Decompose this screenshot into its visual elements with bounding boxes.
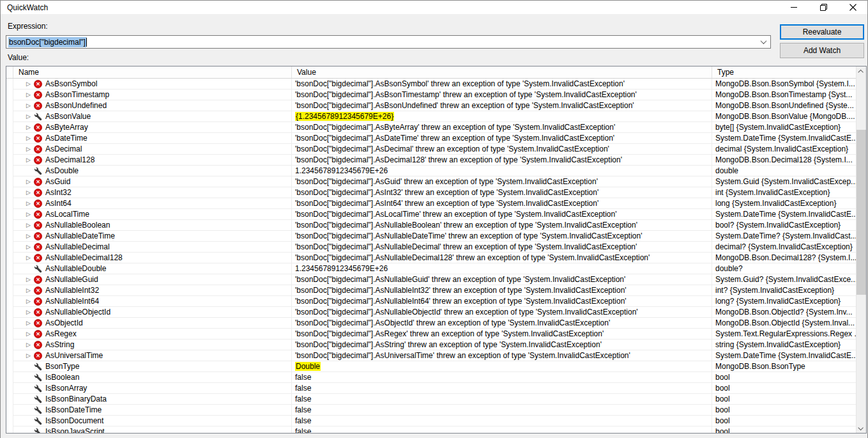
- table-row[interactable]: ▷ ✕ BsonType Double MongoDB.Bson.BsonTyp…: [6, 361, 866, 372]
- column-header-value[interactable]: Value: [292, 66, 712, 78]
- add-watch-button[interactable]: Add Watch: [780, 43, 864, 58]
- table-row[interactable]: ▷ ✕ AsDateTime 'bsonDoc["bigdecimal"].As…: [6, 133, 866, 144]
- expression-dropdown-button[interactable]: [758, 36, 770, 47]
- expander-icon[interactable]: ▷: [24, 198, 33, 209]
- expander-icon[interactable]: ▷: [24, 242, 33, 253]
- reevaluate-button[interactable]: Reevaluate: [780, 24, 864, 40]
- table-row[interactable]: ▷ ✕ AsBsonTimestamp 'bsonDoc["bigdecimal…: [6, 90, 866, 100]
- table-row[interactable]: ▷ ✕ AsBsonValue {1.2345678912345679E+26}…: [6, 111, 866, 122]
- expander-icon[interactable]: ▷: [24, 318, 33, 329]
- row-name-cell: ▷ ✕ AsNullableBoolean: [13, 220, 292, 231]
- table-row[interactable]: ▷ ✕ IsBsonDocument false bool: [6, 416, 866, 426]
- row-name-cell: ▷ ✕ AsNullableInt32: [13, 285, 292, 296]
- column-header-type[interactable]: Type: [712, 66, 866, 78]
- expander-icon[interactable]: ▷: [24, 155, 33, 166]
- row-name-cell: ▷ ✕ AsNullableInt64: [13, 296, 292, 307]
- table-row[interactable]: ▷ ✕ AsNullableObjectId 'bsonDoc["bigdeci…: [6, 307, 866, 318]
- row-name: AsBsonTimestamp: [45, 90, 109, 100]
- column-header-name[interactable]: Name: [13, 66, 292, 78]
- table-row[interactable]: ▷ ✕ IsBsonDateTime false bool: [6, 405, 866, 416]
- close-button[interactable]: [838, 1, 867, 14]
- row-type: int {System.InvalidCastException}: [715, 188, 830, 197]
- scroll-down-button[interactable]: [857, 422, 866, 433]
- expander-icon[interactable]: ▷: [24, 79, 33, 90]
- expander-icon[interactable]: ▷: [24, 209, 33, 220]
- error-icon: ✕: [34, 189, 42, 197]
- expander-icon[interactable]: ▷: [24, 296, 33, 307]
- expander-icon[interactable]: ▷: [24, 176, 33, 187]
- table-row[interactable]: ▷ ✕ AsNullableDouble 1.2345678912345679E…: [6, 263, 866, 274]
- row-icon-slot: ✕: [33, 123, 43, 132]
- table-row[interactable]: ▷ ✕ AsDouble 1.2345678912345679E+26 doub…: [6, 166, 866, 176]
- expander-icon[interactable]: ▷: [24, 274, 33, 285]
- table-row[interactable]: ▷ ✕ AsGuid 'bsonDoc["bigdecimal"].AsGuid…: [6, 176, 866, 187]
- expander-icon[interactable]: ▷: [24, 122, 33, 133]
- table-row[interactable]: ▷ ✕ AsUniversalTime 'bsonDoc["bigdecimal…: [6, 350, 866, 361]
- table-row[interactable]: ▷ ✕ AsNullableDecimal128 'bsonDoc["bigde…: [6, 253, 866, 263]
- quickwatch-dialog: QuickWatch Expression: bsonDoc["bigdecim…: [0, 0, 868, 438]
- row-name-cell: ▷ ✕ AsNullableDecimal: [13, 242, 292, 253]
- table-row[interactable]: ▷ ✕ AsNullableDecimal 'bsonDoc["bigdecim…: [6, 242, 866, 253]
- row-type-cell: MongoDB.Bson.BsonUndefined {Syste...: [712, 100, 866, 111]
- expander-icon[interactable]: ▷: [24, 100, 33, 111]
- row-type-cell: MongoDB.Bson.ObjectId? {System.Inv...: [712, 307, 866, 318]
- row-value: 'bsonDoc["bigdecimal"].AsObjectId' threw…: [295, 318, 610, 327]
- table-row[interactable]: ▷ ✕ AsString 'bsonDoc["bigdecimal"].AsSt…: [6, 340, 866, 350]
- expander-icon[interactable]: ▷: [24, 144, 33, 155]
- row-type-cell: MongoDB.Bson.Decimal128? {System.I...: [712, 253, 866, 263]
- table-row[interactable]: ▷ ✕ AsByteArray 'bsonDoc["bigdecimal"].A…: [6, 122, 866, 133]
- row-value: 'bsonDoc["bigdecimal"].AsDateTime' threw…: [295, 134, 614, 143]
- expander-icon[interactable]: ▷: [24, 133, 33, 144]
- expander-icon[interactable]: ▷: [24, 220, 33, 231]
- table-row[interactable]: ▷ ✕ IsBsonBinaryData false bool: [6, 394, 866, 405]
- row-value-cell: false: [292, 372, 712, 383]
- row-value: 'bsonDoc["bigdecimal"].AsNullableDecimal…: [295, 242, 637, 251]
- table-row[interactable]: ▷ ✕ AsNullableBoolean 'bsonDoc["bigdecim…: [6, 220, 866, 231]
- table-row[interactable]: ▷ ✕ AsNullableGuid 'bsonDoc["bigdecimal"…: [6, 274, 866, 285]
- expander-icon[interactable]: ▷: [24, 329, 33, 340]
- table-row[interactable]: ▷ ✕ AsRegex 'bsonDoc["bigdecimal"].AsReg…: [6, 329, 866, 340]
- expression-input[interactable]: bsonDoc["bigdecimal"]: [6, 35, 771, 49]
- row-value-cell: {1.2345678912345679E+26}: [292, 111, 712, 122]
- expander-icon[interactable]: ▷: [24, 307, 33, 318]
- window-controls: [779, 1, 867, 14]
- table-row[interactable]: ▷ ✕ IsBsonJavaScript false bool: [6, 426, 866, 433]
- vertical-scrollbar[interactable]: [856, 66, 866, 433]
- table-row[interactable]: ▷ ✕ AsNullableInt64 'bsonDoc["bigdecimal…: [6, 296, 866, 307]
- table-row[interactable]: ▷ ✕ AsInt32 'bsonDoc["bigdecimal"].AsInt…: [6, 187, 866, 198]
- expander-icon[interactable]: ▷: [24, 285, 33, 296]
- table-row[interactable]: ▷ ✕ AsObjectId 'bsonDoc["bigdecimal"].As…: [6, 318, 866, 329]
- expander-icon[interactable]: ▷: [24, 187, 33, 198]
- expander-icon[interactable]: ▷: [24, 340, 33, 350]
- minimize-button[interactable]: [779, 1, 809, 14]
- table-row[interactable]: ▷ ✕ AsInt64 'bsonDoc["bigdecimal"].AsInt…: [6, 198, 866, 209]
- expander-icon[interactable]: ▷: [24, 231, 33, 242]
- row-name-cell: ▷ ✕ AsBsonValue: [13, 111, 292, 122]
- scroll-up-button[interactable]: [857, 66, 866, 77]
- error-icon: ✕: [34, 123, 42, 132]
- expander-icon[interactable]: ▷: [24, 253, 33, 263]
- expander-icon[interactable]: ▷: [24, 350, 33, 361]
- close-icon: [849, 4, 857, 11]
- row-value: false: [295, 373, 311, 382]
- row-type-cell: System.DateTime? {System.InvalidCast...: [712, 231, 866, 242]
- table-row[interactable]: ▷ ✕ AsDecimal128 'bsonDoc["bigdecimal"].…: [6, 155, 866, 166]
- table-row[interactable]: ▷ ✕ AsDecimal 'bsonDoc["bigdecimal"].AsD…: [6, 144, 866, 155]
- row-name-cell: ▷ ✕ AsLocalTime: [13, 209, 292, 220]
- row-value-cell: false: [292, 416, 712, 426]
- restore-button[interactable]: [809, 1, 838, 14]
- row-gutter: [6, 79, 13, 90]
- error-icon: ✕: [34, 254, 42, 262]
- table-row[interactable]: ▷ ✕ AsLocalTime 'bsonDoc["bigdecimal"].A…: [6, 209, 866, 220]
- expander-icon[interactable]: ▷: [24, 90, 33, 100]
- table-row[interactable]: ▷ ✕ IsBsonArray false bool: [6, 383, 866, 394]
- table-row[interactable]: ▷ ✕ IsBoolean false bool: [6, 372, 866, 383]
- table-row[interactable]: ▷ ✕ AsBsonSymbol 'bsonDoc["bigdecimal"].…: [6, 79, 866, 90]
- scrollbar-thumb[interactable]: [857, 130, 866, 295]
- table-row[interactable]: ▷ ✕ AsBsonUndefined 'bsonDoc["bigdecimal…: [6, 100, 866, 111]
- row-name-cell: ▷ ✕ AsDecimal128: [13, 155, 292, 166]
- expander-icon[interactable]: ▷: [24, 111, 33, 122]
- table-row[interactable]: ▷ ✕ AsNullableInt32 'bsonDoc["bigdecimal…: [6, 285, 866, 296]
- table-row[interactable]: ▷ ✕ AsNullableDateTime 'bsonDoc["bigdeci…: [6, 231, 866, 242]
- row-gutter: [6, 285, 13, 296]
